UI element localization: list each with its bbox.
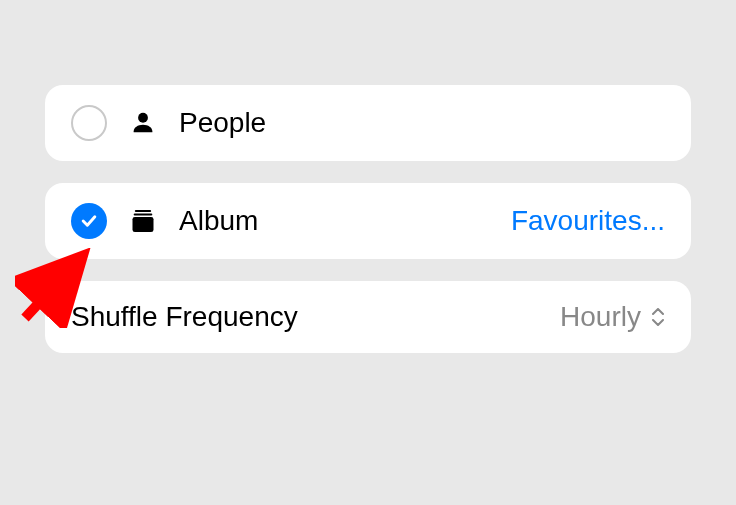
album-picker-link[interactable]: Favourites... bbox=[511, 205, 665, 237]
chevron-up-down-icon bbox=[651, 308, 665, 326]
shuffle-frequency-row[interactable]: Shuffle Frequency Hourly bbox=[45, 281, 691, 353]
option-album-label: Album bbox=[179, 205, 491, 237]
album-icon bbox=[127, 207, 159, 235]
svg-rect-2 bbox=[134, 213, 153, 215]
svg-rect-1 bbox=[135, 210, 151, 212]
radio-checked-icon[interactable] bbox=[71, 203, 107, 239]
svg-point-0 bbox=[138, 113, 148, 123]
option-people-label: People bbox=[179, 107, 665, 139]
option-album-row[interactable]: Album Favourites... bbox=[45, 183, 691, 259]
radio-unchecked-icon[interactable] bbox=[71, 105, 107, 141]
shuffle-frequency-value: Hourly bbox=[560, 301, 665, 333]
option-people-row[interactable]: People bbox=[45, 85, 691, 161]
svg-rect-3 bbox=[133, 217, 154, 232]
person-icon bbox=[127, 109, 159, 137]
shuffle-frequency-label: Shuffle Frequency bbox=[71, 301, 540, 333]
